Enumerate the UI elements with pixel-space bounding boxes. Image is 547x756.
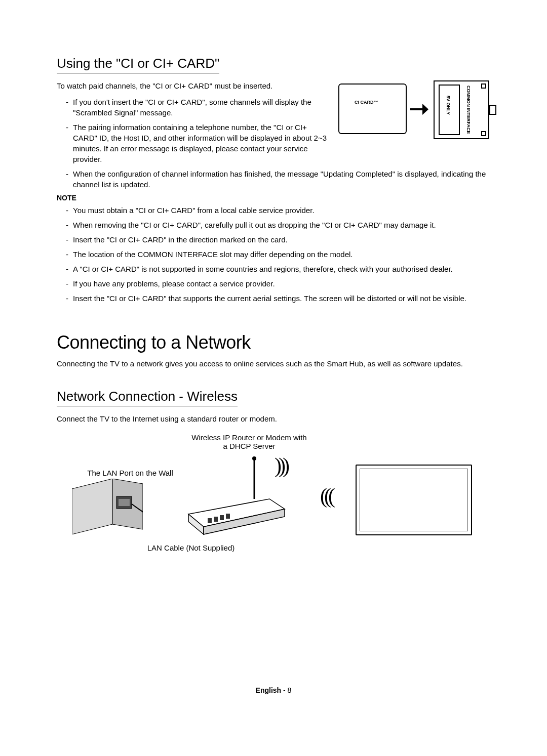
- lan-cable-caption: LAN Cable (Not Supplied): [128, 543, 254, 552]
- router-caption-line2: a DHCP Server: [223, 442, 275, 450]
- svg-point-5: [252, 456, 256, 460]
- tv-icon: [356, 465, 472, 535]
- ci-bullet: When the configuration of channel inform…: [66, 169, 490, 190]
- ci-bullets-continued: When the configuration of channel inform…: [57, 169, 490, 190]
- ci-note: You must obtain a "CI or CI+ CARD" from …: [66, 205, 490, 216]
- wireless-intro: Connect the TV to the Internet using a s…: [57, 413, 490, 425]
- wifi-signal-left-icon: (((: [320, 484, 332, 508]
- ci-slot-icon: 5V ONLY COMMON INTERFACE: [434, 80, 489, 139]
- ci-note: A "CI or CI+ CARD" is not supported in s…: [66, 264, 490, 274]
- ci-card-label: CI CARD™: [355, 100, 378, 105]
- wifi-signal-right-icon: ))): [275, 453, 287, 478]
- wall-port-caption: The LAN Port on the Wall: [67, 469, 193, 477]
- ci-intro-text: To watch paid channels, the "CI or CI+ C…: [57, 80, 330, 92]
- svg-marker-0: [72, 479, 112, 534]
- ci-note: When removing the "CI or CI+ CARD", care…: [66, 220, 490, 230]
- ci-note: The location of the COMMON INTERFACE slo…: [66, 249, 490, 260]
- ci-bullets: If you don't insert the "CI or CI+ CARD"…: [57, 97, 330, 164]
- heading-connecting-network: Connecting to a Network: [57, 332, 490, 353]
- ci-bullet: The pairing information containing a tel…: [66, 122, 330, 164]
- slot-common-interface-label: COMMON INTERFACE: [466, 86, 471, 134]
- heading-using-ci-card: Using the "CI or CI+ CARD": [57, 56, 219, 73]
- connecting-intro: Connecting the TV to a network gives you…: [57, 358, 490, 369]
- ci-note: Insert the "CI or CI+ CARD" that support…: [66, 293, 490, 304]
- ci-note: If you have any problems, please contact…: [66, 278, 490, 289]
- wireless-network-diagram: Wireless IP Router or Modem with a DHCP …: [57, 433, 490, 555]
- heading-wireless: Network Connection - Wireless: [57, 389, 238, 406]
- svg-rect-12: [226, 514, 230, 519]
- svg-rect-9: [208, 518, 212, 523]
- svg-rect-11: [220, 515, 224, 520]
- svg-rect-10: [214, 517, 218, 522]
- page-footer: English - 8: [0, 686, 547, 694]
- router-caption: Wireless IP Router or Modem with a DHCP …: [173, 433, 325, 450]
- ci-note: Insert the "CI or CI+ CARD" in the direc…: [66, 234, 490, 245]
- ci-bullet: If you don't insert the "CI or CI+ CARD"…: [66, 97, 330, 118]
- router-caption-line1: Wireless IP Router or Modem with: [191, 433, 306, 442]
- ci-card-icon: CI CARD™: [338, 83, 407, 134]
- wall-port-icon: [72, 479, 143, 534]
- footer-page-number: 8: [288, 686, 292, 694]
- slot-5v-label: 5V ONLY: [446, 96, 451, 115]
- note-heading: NOTE: [57, 194, 490, 202]
- arrow-right-icon: [410, 104, 428, 115]
- svg-rect-3: [119, 499, 130, 506]
- ci-notes-list: You must obtain a "CI or CI+ CARD" from …: [57, 205, 490, 304]
- footer-language: English: [256, 686, 282, 694]
- ci-card-diagram: CI CARD™ 5V ONLY COMMON INTERFACE: [338, 80, 490, 141]
- footer-sep: -: [281, 686, 287, 694]
